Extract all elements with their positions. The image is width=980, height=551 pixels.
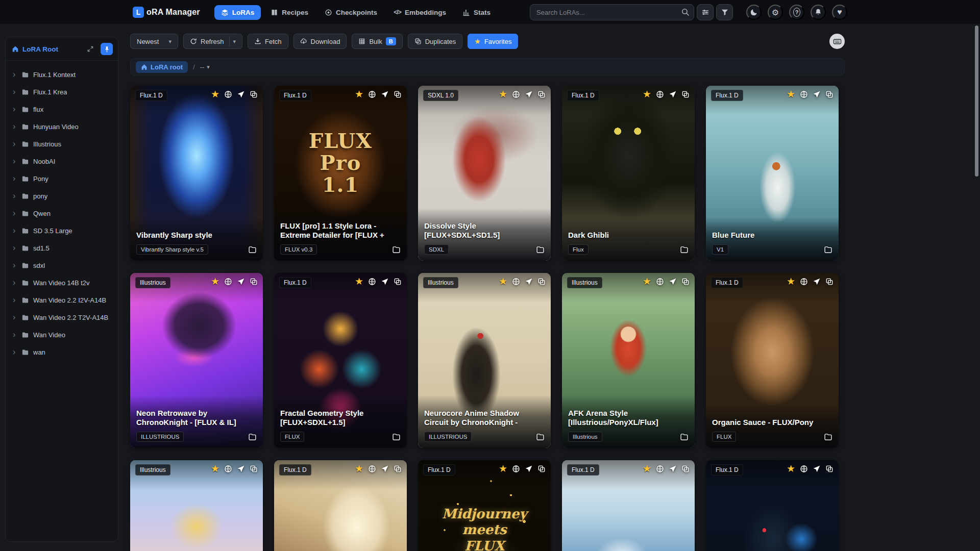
chevron-right-icon[interactable]: › xyxy=(13,209,17,217)
expand-icon[interactable] xyxy=(87,45,94,53)
send-icon[interactable] xyxy=(381,278,389,286)
copy-icon[interactable] xyxy=(394,90,402,98)
breadcrumb-current[interactable]: -- ▾ xyxy=(200,63,210,71)
chevron-right-icon[interactable]: › xyxy=(13,122,17,131)
sidebar-folder-item[interactable]: › Flux.1 Krea xyxy=(9,83,115,101)
chevron-right-icon[interactable]: › xyxy=(13,70,17,79)
send-icon[interactable] xyxy=(669,90,677,98)
lora-card[interactable]: Flux.1 D ★ Dark xyxy=(562,86,695,261)
globe-icon[interactable] xyxy=(656,465,664,473)
send-icon[interactable] xyxy=(381,90,389,98)
globe-icon[interactable] xyxy=(224,90,232,98)
send-icon[interactable] xyxy=(381,465,389,473)
favorite-star-icon[interactable]: ★ xyxy=(355,277,363,286)
send-icon[interactable] xyxy=(813,278,821,286)
sidebar-folder-item[interactable]: › SD 3.5 Large xyxy=(9,222,115,239)
open-folder-icon[interactable] xyxy=(680,245,689,254)
copy-icon[interactable] xyxy=(250,278,258,286)
sidebar-folder-item[interactable]: › sdxl xyxy=(9,257,115,274)
sort-select[interactable]: Newest ▾ xyxy=(130,34,178,49)
search-icon[interactable] xyxy=(681,8,690,16)
sidebar-folder-item[interactable]: › flux xyxy=(9,101,115,118)
send-icon[interactable] xyxy=(525,278,533,286)
globe-icon[interactable] xyxy=(800,278,808,286)
sidebar-folder-item[interactable]: › Wan Video 14B t2v xyxy=(9,274,115,291)
globe-icon[interactable] xyxy=(656,278,664,286)
globe-icon[interactable] xyxy=(224,465,232,473)
lora-card[interactable]: Flux.1 D ★ xyxy=(562,460,695,551)
favorite-star-icon[interactable]: ★ xyxy=(355,464,363,473)
sidebar-folder-item[interactable]: › Hunyuan Video xyxy=(9,118,115,135)
copy-icon[interactable] xyxy=(394,465,402,473)
send-icon[interactable] xyxy=(669,278,677,286)
send-icon[interactable] xyxy=(813,90,821,98)
open-folder-icon[interactable] xyxy=(248,433,257,441)
send-icon[interactable] xyxy=(525,90,533,98)
sidebar-folder-item[interactable]: › NoobAI xyxy=(9,153,115,170)
filter-button[interactable] xyxy=(716,4,733,20)
lora-card[interactable]: Flux.1 D ★ xyxy=(706,460,839,551)
scrollbar-thumb[interactable] xyxy=(975,26,978,177)
chevron-right-icon[interactable]: › xyxy=(13,244,17,252)
chevron-right-icon[interactable]: › xyxy=(13,192,17,200)
globe-icon[interactable] xyxy=(800,465,808,473)
chevron-right-icon[interactable]: › xyxy=(13,227,17,235)
lora-card[interactable]: Midjourney meets FLUX Flux.1 D ★ xyxy=(418,460,551,551)
lora-card[interactable]: Illustrious ★ A xyxy=(562,273,695,448)
sidebar-folder-item[interactable]: › Pony xyxy=(9,170,115,187)
chevron-right-icon[interactable]: › xyxy=(13,331,17,339)
favorite-star-icon[interactable]: ★ xyxy=(211,464,219,473)
favorite-star-icon[interactable]: ★ xyxy=(787,277,795,286)
favorite-star-icon[interactable]: ★ xyxy=(211,277,219,286)
lora-card[interactable]: Flux.1 D ★ Frac xyxy=(274,273,407,448)
nav-item-checkpoints[interactable]: Checkpoints xyxy=(318,5,384,20)
sidebar-folder-item[interactable]: › Illustrious xyxy=(9,135,115,153)
lora-card[interactable]: SDXL 1.0 ★ Diss xyxy=(418,86,551,261)
settings-button[interactable]: ⚙ xyxy=(768,5,783,20)
bulk-button[interactable]: Bulk B xyxy=(352,34,402,49)
sidebar-folder-item[interactable]: › pony xyxy=(9,187,115,205)
copy-icon[interactable] xyxy=(681,278,690,286)
chevron-right-icon[interactable]: › xyxy=(13,140,17,148)
chevron-right-icon[interactable]: › xyxy=(13,279,17,287)
pin-button[interactable] xyxy=(101,43,113,55)
notifications-button[interactable] xyxy=(811,5,826,20)
copy-icon[interactable] xyxy=(537,465,546,473)
copy-icon[interactable] xyxy=(537,278,546,286)
copy-icon[interactable] xyxy=(250,90,258,98)
open-folder-icon[interactable] xyxy=(248,245,257,254)
favorites-heart-button[interactable]: ♥ xyxy=(832,5,847,20)
chevron-right-icon[interactable]: › xyxy=(13,88,17,96)
sidebar-root-label[interactable]: LoRA Root xyxy=(22,45,83,53)
search-input[interactable] xyxy=(530,4,694,20)
lora-card[interactable]: Illustrious ★ N xyxy=(418,273,551,448)
send-icon[interactable] xyxy=(813,465,821,473)
duplicates-button[interactable]: Duplicates xyxy=(408,34,463,49)
globe-icon[interactable] xyxy=(368,465,376,473)
copy-icon[interactable] xyxy=(825,465,834,473)
sidebar-folder-item[interactable]: › wan xyxy=(9,343,115,361)
send-icon[interactable] xyxy=(525,465,533,473)
open-folder-icon[interactable] xyxy=(536,245,545,254)
chevron-right-icon[interactable]: › xyxy=(13,261,17,269)
favorite-star-icon[interactable]: ★ xyxy=(643,464,651,473)
keyboard-shortcuts-button[interactable] xyxy=(829,34,845,49)
theme-toggle-button[interactable] xyxy=(746,5,762,20)
copy-icon[interactable] xyxy=(537,90,546,98)
globe-icon[interactable] xyxy=(512,90,520,98)
chevron-right-icon[interactable]: › xyxy=(13,174,17,183)
download-button[interactable]: Download xyxy=(293,34,347,49)
lora-card[interactable]: Illustrious ★ xyxy=(130,460,263,551)
chevron-right-icon[interactable]: › xyxy=(13,348,17,356)
open-folder-icon[interactable] xyxy=(392,245,401,254)
favorites-filter-button[interactable]: ★ Favorites xyxy=(468,34,518,49)
send-icon[interactable] xyxy=(669,465,677,473)
sidebar-folder-item[interactable]: › sd1.5 xyxy=(9,239,115,257)
globe-icon[interactable] xyxy=(512,465,520,473)
globe-icon[interactable] xyxy=(368,278,376,286)
sidebar-folder-item[interactable]: › Wan Video 2.2 I2V-A14B xyxy=(9,291,115,309)
favorite-star-icon[interactable]: ★ xyxy=(787,90,795,98)
nav-item-loras[interactable]: LoRAs xyxy=(214,5,261,20)
nav-item-recipes[interactable]: Recipes xyxy=(264,5,315,20)
refresh-dropdown-caret[interactable]: ▾ xyxy=(233,38,236,45)
